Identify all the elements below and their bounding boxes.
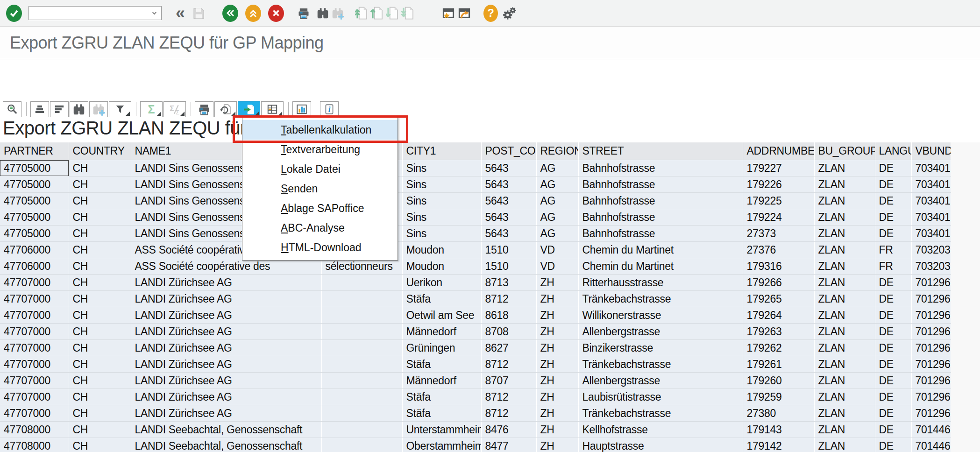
cell-region[interactable]: AG — [536, 193, 578, 209]
cell-region[interactable]: ZH — [536, 438, 578, 452]
cell-langu[interactable]: DE — [875, 324, 911, 340]
cell-vbund[interactable]: 703401 — [911, 193, 951, 209]
cell-region[interactable]: AG — [536, 177, 578, 193]
cell-country[interactable]: CH — [69, 356, 131, 373]
cell-post_code1[interactable]: 8707 — [481, 373, 536, 389]
cell-street[interactable]: Hauptstrasse — [578, 438, 743, 452]
cell-vbund[interactable]: 701296 — [911, 291, 951, 307]
cell-country[interactable]: CH — [69, 193, 131, 209]
chevron-down-icon[interactable] — [151, 9, 159, 20]
cell-bu_group[interactable]: ZLAN — [814, 356, 875, 373]
cell-region[interactable]: AG — [536, 226, 578, 242]
cell-partner[interactable]: 47707000 — [0, 324, 69, 340]
cell-city1[interactable]: Stäfa — [402, 356, 481, 373]
total-button[interactable]: Σ — [140, 101, 163, 117]
cell-name1[interactable]: LANDI Seebachtal, Genossenschaft — [131, 422, 321, 438]
cell-city1[interactable]: Männedorf — [402, 324, 481, 340]
cell-addrnumber[interactable]: 27376 — [743, 242, 814, 258]
page-down-button[interactable] — [386, 6, 400, 20]
cell-name2[interactable] — [321, 275, 402, 291]
cell-name2[interactable] — [321, 340, 402, 356]
cell-bu_group[interactable]: ZLAN — [814, 422, 875, 438]
cell-vbund[interactable]: 703401 — [911, 209, 951, 226]
cell-post_code1[interactable]: 8618 — [481, 307, 536, 324]
cell-addrnumber[interactable]: 179262 — [743, 340, 814, 356]
find-next-button[interactable] — [89, 101, 108, 117]
cell-vbund[interactable]: 701296 — [911, 389, 951, 405]
cell-name2[interactable] — [321, 389, 402, 405]
cell-country[interactable]: CH — [69, 291, 131, 307]
cell-street[interactable]: Ritterhausstrasse — [578, 275, 743, 291]
cell-name2[interactable] — [321, 422, 402, 438]
new-session-button[interactable] — [441, 6, 455, 20]
cell-bu_group[interactable]: ZLAN — [814, 438, 875, 452]
cell-addrnumber[interactable]: 179225 — [743, 193, 814, 209]
cell-partner[interactable]: 47707000 — [0, 291, 69, 307]
column-header-addrnumber[interactable]: ADDRNUMBER — [743, 142, 814, 160]
cell-street[interactable]: Tränkebachstrasse — [578, 291, 743, 307]
cell-vbund[interactable]: 701296 — [911, 356, 951, 373]
cell-city1[interactable]: Sins — [402, 209, 481, 226]
cell-name1[interactable]: LANDI Zürichsee AG — [131, 291, 321, 307]
settings-button[interactable] — [502, 6, 517, 21]
column-header-langu[interactable]: LANGU — [875, 142, 911, 160]
cell-street[interactable]: Bahnhofstrasse — [578, 160, 743, 177]
cell-vbund[interactable]: 701296 — [911, 275, 951, 291]
cell-post_code1[interactable]: 5643 — [481, 160, 536, 177]
cell-partner[interactable]: 47705000 — [0, 177, 69, 193]
cell-addrnumber[interactable]: 179266 — [743, 275, 814, 291]
help-button[interactable]: ? — [483, 5, 498, 22]
views-button[interactable] — [214, 101, 237, 117]
cell-vbund[interactable]: 703401 — [911, 160, 951, 177]
cell-city1[interactable]: Männedorf — [402, 373, 481, 389]
cell-partner[interactable]: 47707000 — [0, 405, 69, 422]
cell-street[interactable]: Allenbergstrasse — [578, 324, 743, 340]
cell-name2[interactable] — [321, 291, 402, 307]
cell-vbund[interactable]: 703203 — [911, 258, 951, 275]
cell-region[interactable]: ZH — [536, 275, 578, 291]
cell-partner[interactable]: 47708000 — [0, 422, 69, 438]
cell-addrnumber[interactable]: 179265 — [743, 291, 814, 307]
cell-post_code1[interactable]: 8712 — [481, 405, 536, 422]
cell-region[interactable]: ZH — [536, 356, 578, 373]
cell-vbund[interactable]: 701446 — [911, 422, 951, 438]
cell-country[interactable]: CH — [69, 438, 131, 452]
cell-region[interactable]: ZH — [536, 422, 578, 438]
cell-name1[interactable]: LANDI Zürichsee AG — [131, 356, 321, 373]
cell-bu_group[interactable]: ZLAN — [814, 275, 875, 291]
cell-street[interactable]: Tränkebachstrasse — [578, 405, 743, 422]
sort-ascending-button[interactable] — [30, 101, 49, 117]
cell-post_code1[interactable]: 8712 — [481, 389, 536, 405]
cell-street[interactable]: Tränkebachstrasse — [578, 356, 743, 373]
print-button[interactable] — [195, 101, 213, 117]
menu-item-senden[interactable]: Senden — [242, 179, 398, 198]
cell-addrnumber[interactable]: 27380 — [743, 405, 814, 422]
column-header-partner[interactable]: PARTNER — [0, 142, 69, 160]
cell-country[interactable]: CH — [69, 258, 131, 275]
cell-country[interactable]: CH — [69, 340, 131, 356]
cell-name2[interactable] — [321, 373, 402, 389]
cell-street[interactable]: Bahnhofstrasse — [578, 209, 743, 226]
cell-post_code1[interactable]: 8713 — [481, 275, 536, 291]
cell-country[interactable]: CH — [69, 324, 131, 340]
cell-vbund[interactable]: 701296 — [911, 373, 951, 389]
cell-region[interactable]: ZH — [536, 389, 578, 405]
cell-country[interactable]: CH — [69, 405, 131, 422]
cell-addrnumber[interactable]: 179142 — [743, 438, 814, 452]
command-field-input[interactable] — [28, 6, 162, 20]
sort-descending-button[interactable] — [50, 101, 69, 117]
cell-partner[interactable]: 47707000 — [0, 373, 69, 389]
cell-street[interactable]: Chemin du Martinet — [578, 258, 743, 275]
column-header-bu_group[interactable]: BU_GROUP — [814, 142, 875, 160]
cell-bu_group[interactable]: ZLAN — [814, 242, 875, 258]
cell-name1[interactable]: LANDI Zürichsee AG — [131, 324, 321, 340]
print-button[interactable] — [297, 7, 310, 20]
enter-button[interactable] — [6, 5, 22, 22]
cell-langu[interactable]: FR — [875, 242, 911, 258]
cell-partner[interactable]: 47707000 — [0, 389, 69, 405]
menu-item-abc-analyse[interactable]: ABC-Analyse — [242, 218, 398, 238]
cell-post_code1[interactable]: 8476 — [481, 422, 536, 438]
cell-partner[interactable]: 47706000 — [0, 258, 69, 275]
cell-langu[interactable]: FR — [875, 258, 911, 275]
cell-post_code1[interactable]: 5643 — [481, 226, 536, 242]
